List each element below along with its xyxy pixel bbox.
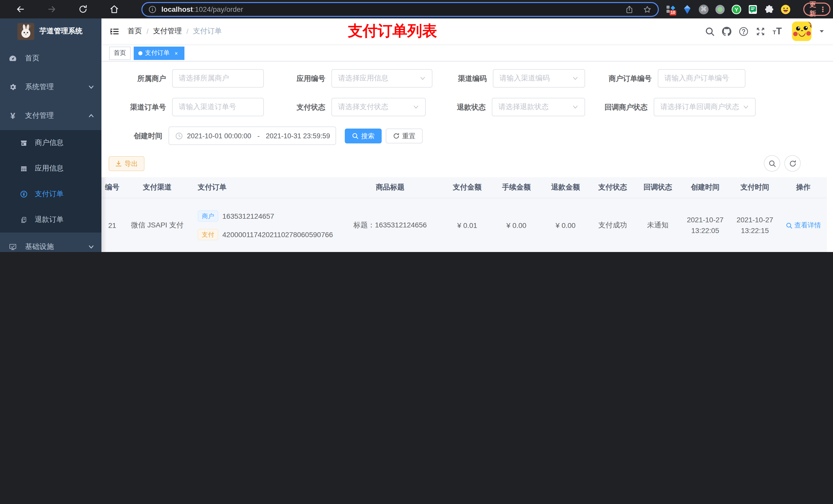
- chevron-up-icon: [88, 113, 94, 119]
- refresh-button[interactable]: [784, 155, 801, 172]
- channel-code-select[interactable]: 请输入渠道编码: [493, 69, 585, 88]
- column-header-pay_status: 支付状态: [590, 183, 635, 192]
- chevron-down-icon: [572, 75, 578, 81]
- column-header-notify_status: 回调状态: [635, 183, 680, 192]
- gear-icon: [9, 83, 17, 91]
- sidebar-item-label: 支付管理: [25, 111, 54, 120]
- pay-status-select[interactable]: 请选择支付状态: [331, 98, 426, 116]
- extensions-area: 10 ⌘ Y 更新 ⋮: [666, 3, 830, 16]
- sidebar-toggle-icon[interactable]: [110, 26, 119, 36]
- bookmark-star-icon[interactable]: [643, 5, 652, 14]
- cell-paid: 2021-10-2713:22:15: [730, 215, 780, 236]
- sidebar-item-label: 支付订单: [35, 190, 64, 199]
- sidebar-item-label: 首页: [25, 54, 40, 63]
- cell-created: 2021-10-2713:22:05: [680, 215, 730, 236]
- chevron-down-icon: [88, 84, 94, 90]
- reset-button-icon: [393, 133, 400, 139]
- export-button[interactable]: 导出: [109, 156, 144, 171]
- extension-y-icon[interactable]: Y: [732, 4, 741, 14]
- date-start: 2021-10-01 00:00:00: [187, 132, 251, 140]
- sidebar-item-system[interactable]: 系统管理: [0, 73, 101, 101]
- help-icon[interactable]: [739, 26, 749, 36]
- search-button[interactable]: 搜索: [345, 128, 382, 143]
- breadcrumb-pay-manage[interactable]: 支付管理: [153, 27, 182, 36]
- table-toolbar: 导出: [101, 155, 833, 172]
- pay-status-label: 支付状态: [255, 98, 325, 116]
- reset-button[interactable]: 重置: [386, 128, 423, 143]
- cell-action: 查看详情: [780, 221, 827, 230]
- create-time-range-picker[interactable]: 2021-10-01 00:00:00 - 2021-10-31 23:59:5…: [169, 126, 336, 145]
- app-logo: [18, 23, 34, 40]
- column-header-id: 编号: [101, 183, 123, 192]
- extension-collection-icon[interactable]: 10: [666, 4, 676, 14]
- merchant-order-no-input[interactable]: 请输入商户订单编号: [658, 69, 745, 88]
- pay-order-no: 4200001174202110278060590766: [222, 231, 333, 239]
- navbar: 首页 / 支付管理 / 支付订单 支付订单列表 TT: [101, 19, 833, 44]
- view-detail-link[interactable]: 查看详情: [786, 221, 821, 230]
- column-header-created: 创建时间: [680, 183, 730, 192]
- url-path: :1024/pay/order: [193, 5, 243, 13]
- screen: localhost:1024/pay/order 10 ⌘ Y: [0, 0, 833, 252]
- github-icon[interactable]: [722, 26, 732, 36]
- column-header-action: 操作: [780, 183, 827, 192]
- yen-circle-icon: [20, 190, 28, 198]
- sidebar-item-app-info[interactable]: 应用信息: [0, 156, 101, 181]
- placeholder: 请输入渠道订单号: [179, 102, 236, 112]
- tag-active-1[interactable]: 支付订单×: [134, 46, 185, 60]
- share-icon[interactable]: [625, 5, 634, 14]
- content: 所属商户请选择所属商户应用编号请选择应用信息渠道编码请输入渠道编码商户订单编号请…: [101, 62, 833, 252]
- home-icon[interactable]: [109, 4, 119, 14]
- extension-dot-icon[interactable]: [715, 4, 725, 14]
- extension-chat-icon[interactable]: [748, 4, 758, 14]
- column-header-order: 支付订单: [192, 183, 338, 192]
- search-button-label: 搜索: [361, 131, 375, 141]
- export-button-label: 导出: [124, 159, 138, 168]
- merchant-tag: 商户: [198, 211, 218, 222]
- cell-pay_status: 支付成功: [590, 221, 635, 230]
- breadcrumb-home[interactable]: 首页: [127, 27, 142, 36]
- logo-row[interactable]: 芋道管理系统: [0, 19, 101, 44]
- navbar-actions: TT: [705, 22, 825, 41]
- sidebar-item-refund-order[interactable]: 退款订单: [0, 207, 101, 233]
- forward-icon[interactable]: [47, 4, 57, 14]
- site-info-icon[interactable]: [148, 5, 156, 13]
- url-host: localhost: [161, 5, 193, 13]
- show-search-button[interactable]: [764, 155, 780, 172]
- extension-command-icon[interactable]: ⌘: [699, 4, 709, 14]
- sidebar-item-label: 基础设施: [25, 242, 54, 251]
- docs-icon: [20, 216, 28, 223]
- extension-puzzle-icon[interactable]: [764, 4, 774, 14]
- placeholder: 请选择所属商户: [179, 74, 229, 83]
- browser-update-button[interactable]: 更新 ⋮: [803, 3, 830, 16]
- notify-status-select[interactable]: 请选择订单回调商户状态: [654, 98, 756, 116]
- breadcrumb-separator: /: [146, 27, 148, 35]
- sidebar-item-pay-order[interactable]: 支付订单: [0, 181, 101, 207]
- back-icon[interactable]: [15, 4, 26, 14]
- filter-row-1: 所属商户请选择所属商户应用编号请选择应用信息渠道编码请输入渠道编码商户订单编号请…: [101, 69, 833, 88]
- url-bar[interactable]: localhost:1024/pay/order: [141, 2, 659, 17]
- refund-status-select[interactable]: 请选择退款状态: [492, 98, 585, 116]
- font-size-icon[interactable]: TT: [773, 26, 782, 37]
- sidebar-item-home[interactable]: 首页: [0, 44, 101, 73]
- placeholder: 请选择订单回调商户状态: [660, 102, 739, 112]
- fullscreen-icon[interactable]: [756, 26, 766, 36]
- extension-gem-icon[interactable]: [682, 4, 692, 14]
- merchant-input[interactable]: 请选择所属商户: [172, 69, 264, 88]
- extension-emoji-icon[interactable]: [781, 4, 790, 14]
- tag-0[interactable]: 首页: [109, 46, 130, 60]
- tag-close-icon[interactable]: ×: [173, 49, 180, 56]
- channel-order-no-input[interactable]: 请输入渠道订单号: [172, 98, 264, 116]
- monitor-icon: [9, 243, 17, 251]
- user-avatar[interactable]: [792, 22, 811, 41]
- pay-time: 2021-10-2713:22:15: [736, 215, 773, 236]
- sidebar-item-merchant-info[interactable]: 商户信息: [0, 130, 101, 156]
- breadcrumb-current: 支付订单: [193, 27, 222, 36]
- reload-icon[interactable]: [78, 4, 88, 14]
- sidebar-item-label: 系统管理: [25, 82, 54, 92]
- avatar-caret-icon[interactable]: [819, 28, 825, 34]
- search-icon[interactable]: [705, 26, 715, 36]
- sidebar-item-payment[interactable]: ¥支付管理: [0, 101, 101, 130]
- sidebar-item-infrastructure[interactable]: 基础设施: [0, 233, 101, 252]
- page-title: 支付订单列表: [348, 21, 437, 42]
- browser-menu-icon[interactable]: ⋮: [819, 6, 826, 13]
